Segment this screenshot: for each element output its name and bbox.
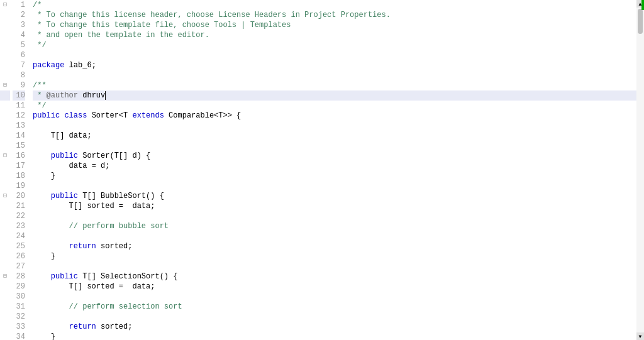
collapse-icon xyxy=(0,60,10,70)
collapse-icon xyxy=(0,10,10,20)
collapse-icon[interactable]: ⊟ xyxy=(0,191,10,201)
code-line[interactable]: /* xyxy=(33,0,636,10)
collapse-icon xyxy=(0,241,10,251)
collapse-icon xyxy=(0,161,10,171)
scrollbar-down-button[interactable]: ▼ xyxy=(636,332,644,340)
collapse-icon xyxy=(0,201,10,211)
line-number: 4 xyxy=(13,30,25,40)
collapse-icon[interactable]: ⊟ xyxy=(0,271,10,282)
collapse-icon xyxy=(0,171,10,181)
collapse-icon xyxy=(0,322,10,332)
line-number: 9 xyxy=(13,80,25,90)
collapse-icon xyxy=(0,251,10,261)
code-line[interactable]: T[] sorted = data; xyxy=(33,201,636,211)
line-number: 14 xyxy=(13,131,25,141)
collapse-icon xyxy=(0,111,10,121)
collapse-icon[interactable]: ⊟ xyxy=(0,80,10,90)
code-line[interactable]: */ xyxy=(33,101,636,111)
line-number: 13 xyxy=(13,121,25,131)
code-line[interactable]: * and open the template in the editor. xyxy=(33,30,636,40)
line-number: 24 xyxy=(13,231,25,241)
code-line[interactable]: /** xyxy=(33,80,636,90)
code-line[interactable] xyxy=(33,50,636,60)
code-line[interactable] xyxy=(33,121,636,131)
collapse-icon xyxy=(0,302,10,312)
collapse-icon xyxy=(0,282,10,292)
collapse-icon xyxy=(0,50,10,60)
scrollbar-thumb[interactable] xyxy=(638,9,643,34)
code-area: ⊟⊟⊟⊟⊟⊟ 123456789101112131415161718192021… xyxy=(0,0,636,340)
code-line[interactable] xyxy=(33,141,636,151)
line-number: 29 xyxy=(13,282,25,292)
line-number: 15 xyxy=(13,141,25,151)
collapse-icon xyxy=(0,231,10,241)
line-number: 2 xyxy=(13,10,25,20)
editor: ⊟⊟⊟⊟⊟⊟ 123456789101112131415161718192021… xyxy=(0,0,644,340)
collapse-icon xyxy=(0,30,10,40)
line-number: 33 xyxy=(13,322,25,332)
line-number: 12 xyxy=(13,111,25,121)
line-number: 34 xyxy=(13,332,25,340)
code-line[interactable]: } xyxy=(33,332,636,340)
collapse-icon xyxy=(0,332,10,340)
vertical-scrollbar[interactable]: ▲ ▼ xyxy=(636,0,644,340)
line-number: 5 xyxy=(13,40,25,50)
line-number: 31 xyxy=(13,302,25,312)
code-line[interactable] xyxy=(33,70,636,80)
code-line[interactable]: public class Sorter<T extends Comparable… xyxy=(33,111,636,121)
line-number: 20 xyxy=(13,191,25,201)
collapse-icon xyxy=(0,261,10,271)
line-number: 21 xyxy=(13,201,25,211)
code-line[interactable] xyxy=(33,261,636,271)
collapse-icon xyxy=(0,292,10,302)
code-line[interactable] xyxy=(33,181,636,191)
code-content[interactable]: /* * To change this license header, choo… xyxy=(30,0,636,340)
collapse-gutter: ⊟⊟⊟⊟⊟⊟ xyxy=(0,0,10,340)
line-number: 11 xyxy=(13,101,25,111)
line-number: 1 xyxy=(13,0,25,10)
collapse-icon xyxy=(0,211,10,221)
line-number: 22 xyxy=(13,211,25,221)
green-indicator xyxy=(641,0,644,10)
code-line[interactable] xyxy=(33,231,636,241)
code-line[interactable]: return sorted; xyxy=(33,322,636,332)
collapse-icon xyxy=(0,40,10,50)
line-number: 28 xyxy=(13,271,25,282)
line-number: 32 xyxy=(13,312,25,322)
line-numbers: 1234567891011121314151617181920212223242… xyxy=(10,0,30,340)
code-line[interactable]: } xyxy=(33,171,636,181)
code-line[interactable]: public T[] SelectionSort() { xyxy=(33,271,636,282)
code-line[interactable]: T[] sorted = data; xyxy=(33,282,636,292)
collapse-icon[interactable]: ⊟ xyxy=(0,0,10,10)
line-number: 23 xyxy=(13,221,25,231)
line-number: 10 xyxy=(13,90,25,101)
code-line[interactable]: public Sorter(T[] d) { xyxy=(33,151,636,161)
code-line[interactable]: * To change this license header, choose … xyxy=(33,10,636,20)
collapse-icon xyxy=(0,121,10,131)
code-line[interactable]: return sorted; xyxy=(33,241,636,251)
collapse-icon xyxy=(0,90,10,101)
code-line[interactable]: public T[] BubbleSort() { xyxy=(33,191,636,201)
line-number: 17 xyxy=(13,161,25,171)
code-line[interactable]: * @author dhruv‌ xyxy=(33,90,636,101)
collapse-icon xyxy=(0,101,10,111)
code-line[interactable]: data = d; xyxy=(33,161,636,171)
line-number: 18 xyxy=(13,171,25,181)
code-line[interactable]: * To change this template file, choose T… xyxy=(33,20,636,30)
code-line[interactable]: package lab_6; xyxy=(33,60,636,70)
code-line[interactable]: // perform selection sort xyxy=(33,302,636,312)
code-line[interactable]: } xyxy=(33,251,636,261)
code-line[interactable]: T[] data; xyxy=(33,131,636,141)
code-line[interactable]: // perform bubble sort xyxy=(33,221,636,231)
collapse-icon xyxy=(0,221,10,231)
code-line[interactable] xyxy=(33,292,636,302)
collapse-icon xyxy=(0,131,10,141)
code-line[interactable] xyxy=(33,312,636,322)
collapse-icon xyxy=(0,141,10,151)
line-number: 16 xyxy=(13,151,25,161)
line-number: 6 xyxy=(13,50,25,60)
code-line[interactable]: */ xyxy=(33,40,636,50)
line-number: 25 xyxy=(13,241,25,251)
code-line[interactable] xyxy=(33,211,636,221)
collapse-icon[interactable]: ⊟ xyxy=(0,151,10,161)
